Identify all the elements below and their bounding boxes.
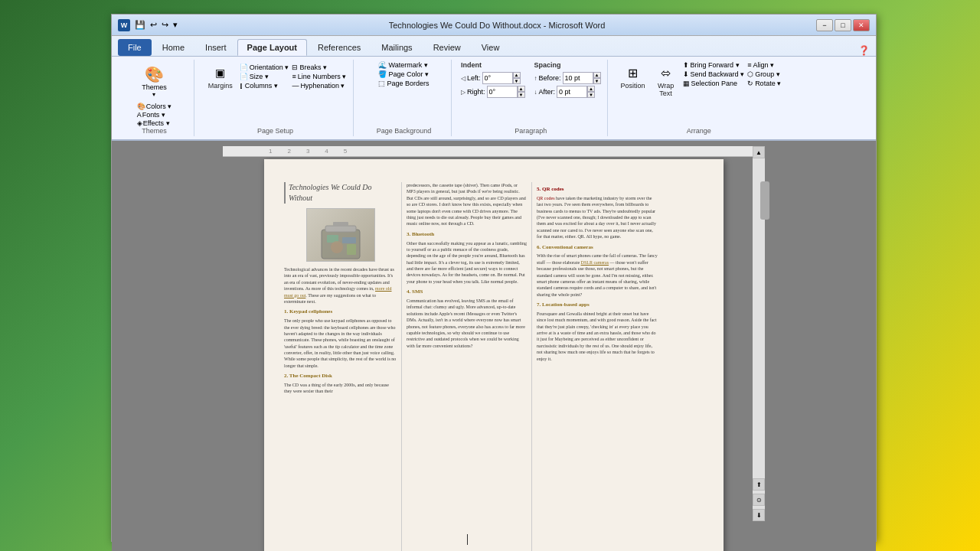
doc-view-area: 12345 Technologies We Could Do Without [112,141,876,551]
spacing-before-row: ↑ Before: ▲ ▼ [534,72,601,84]
next-page-button[interactable]: ⬇ [753,509,765,521]
scroll-up-button[interactable]: ▲ [753,146,765,158]
help-icon[interactable]: ❓ [858,45,870,56]
ribbon-group-page-background: 🌊Watermark ▾ 🪣Page Color ▾ ⬚Page Borders… [360,60,452,136]
tab-file[interactable]: File [118,39,152,56]
scroll-thumb[interactable] [760,181,769,220]
indent-label: Indent [461,61,525,69]
tab-page-layout[interactable]: Page Layout [237,39,307,56]
spacing-after-row: ↓ After: ▲ ▼ [534,86,601,98]
doc-keypad-text: The only people who use keypad cellphone… [284,318,397,369]
minimize-button[interactable]: − [816,19,833,31]
breaks-button[interactable]: ⊟Breaks ▾ [292,64,346,71]
group-button[interactable]: ⬡Group ▾ [747,70,781,78]
spacing-before-spin[interactable]: ▲ ▼ [593,72,601,84]
ruler-horizontal: 12345 [223,146,753,157]
doc-title: Technologies We Could Do Without [284,182,397,204]
maximize-button[interactable]: □ [835,19,851,31]
tab-mailings[interactable]: Mailings [371,39,422,56]
wrap-text-button[interactable]: ⬄ WrapText [652,61,680,99]
doc-image [306,208,375,262]
tab-references[interactable]: References [308,39,371,56]
arrange-content: ⊞ Position ⬄ WrapText ⬆Bring Forward ▾ [617,61,782,127]
svg-rect-1 [325,226,356,232]
spacing-after-spin[interactable]: ▲ ▼ [587,86,595,98]
indent-right-label: Right: [467,88,485,96]
spacing-before-down[interactable]: ▼ [593,78,601,84]
page-background-content: 🌊Watermark ▾ 🪣Page Color ▾ ⬚Page Borders [378,61,429,127]
paragraph-content: Indent ◁ Left: ▲ ▼ [461,61,601,127]
prev-page-button[interactable]: ⬆ [753,478,765,491]
indent-left-icon: ◁ [461,75,466,82]
spacing-after-down[interactable]: ▼ [587,92,595,98]
theme-fonts-button[interactable]: AFonts ▾ [137,111,172,119]
vertical-scrollbar[interactable]: ▲ ▼ ⬆ ⊙ ⬇ [753,146,765,521]
redo-icon[interactable]: ↪ [162,20,168,30]
svg-point-5 [331,241,343,253]
hyphenation-button[interactable]: —Hyphenation ▾ [292,82,346,90]
indent-left-input[interactable] [482,72,513,84]
page-borders-button[interactable]: ⬚Page Borders [378,80,429,87]
selection-pane-button[interactable]: ▦Selection Pane [683,80,745,87]
columns-button[interactable]: ⫿Columns ▾ [240,82,289,90]
ribbon-group-paragraph: Indent ◁ Left: ▲ ▼ [458,60,608,136]
page-setup-label: Page Setup [257,127,293,135]
close-button[interactable]: ✕ [853,19,870,31]
spacing-before-label: Before: [539,74,561,82]
doc-link-more: more old must go out [284,286,392,297]
indent-right-icon: ▷ [461,89,466,96]
spacing-label: Spacing [534,61,601,69]
doc-section-sms: 4. SMS [407,289,527,296]
indent-right-down[interactable]: ▼ [518,92,525,98]
rotate-button[interactable]: ↻Rotate ▾ [747,80,781,87]
select-browse-button[interactable]: ⊙ [753,494,765,506]
indent-right-input[interactable] [487,86,518,98]
ribbon-tabs: File Home Insert Page Layout References … [112,36,876,56]
watermark-button[interactable]: 🌊Watermark ▾ [378,61,429,69]
tab-insert[interactable]: Insert [195,39,237,56]
position-button[interactable]: ⊞ Position [617,61,649,99]
orientation-button[interactable]: 📄Orientation ▾ [240,64,289,71]
line-numbers-button[interactable]: ≡Line Numbers ▾ [292,73,346,80]
align-button[interactable]: ≡Align ▾ [747,61,781,69]
save-icon[interactable]: 💾 [135,20,145,30]
word-app-icon: W [118,19,130,31]
ribbon: File Home Insert Page Layout References … [112,36,876,141]
ribbon-group-page-setup: ▣ Margins 📄Orientation ▾ 📄Size ▾ [201,60,354,136]
send-backward-button[interactable]: ⬇Send Backward ▾ [683,70,745,78]
spacing-after-up[interactable]: ▲ [587,86,595,92]
tab-view[interactable]: View [472,39,510,56]
themes-button[interactable]: 🎨 Themes ▾ [137,61,171,101]
spacing-after-label: After: [539,88,556,96]
ribbon-group-arrange: ⊞ Position ⬄ WrapText ⬆Bring Forward ▾ [614,60,788,136]
page-background-label: Page Background [377,127,432,135]
spacing-before-up[interactable]: ▲ [593,72,601,78]
spacing-before-input[interactable] [563,72,593,84]
arrange-label: Arrange [687,127,711,135]
bring-forward-button[interactable]: ⬆Bring Forward ▾ [683,61,745,69]
page-color-button[interactable]: 🪣Page Color ▾ [378,70,429,78]
spacing-after-input[interactable] [557,86,587,98]
indent-left-down[interactable]: ▼ [513,78,521,84]
doc-location-text: Foursquare and Gowalla shined bright at … [537,311,658,362]
tab-review[interactable]: Review [423,39,471,56]
size-button[interactable]: 📄Size ▾ [240,73,289,80]
customize-qa-icon[interactable]: ▾ [173,20,178,30]
svg-rect-2 [333,222,348,227]
spacing-col: Spacing ↑ Before: ▲ ▼ [534,61,601,98]
theme-effects-button[interactable]: ◈Effects ▾ [137,119,172,127]
indent-right-up[interactable]: ▲ [518,86,525,92]
indent-right-spin[interactable]: ▲ ▼ [518,86,525,98]
theme-colors-button[interactable]: 🎨Colors ▾ [137,103,172,110]
spacing-before-icon: ↑ [534,75,537,82]
indent-left-up[interactable]: ▲ [513,72,521,78]
word-window: W 💾 ↩ ↪ ▾ Technologies We Could Do Witho… [111,14,877,542]
tab-home[interactable]: Home [152,39,194,56]
indent-left-spin[interactable]: ▲ ▼ [513,72,521,84]
undo-icon[interactable]: ↩ [150,20,157,30]
doc-section-keypad: 1. Keypad cellphones [284,308,397,316]
margins-button[interactable]: ▣ Margins [204,61,237,92]
themes-content: 🎨 Themes ▾ 🎨Colors ▾ AFonts ▾ [137,61,172,127]
title-bar: W 💾 ↩ ↪ ▾ Technologies We Could Do Witho… [112,15,876,36]
title-bar-left: W 💾 ↩ ↪ ▾ [118,19,178,31]
